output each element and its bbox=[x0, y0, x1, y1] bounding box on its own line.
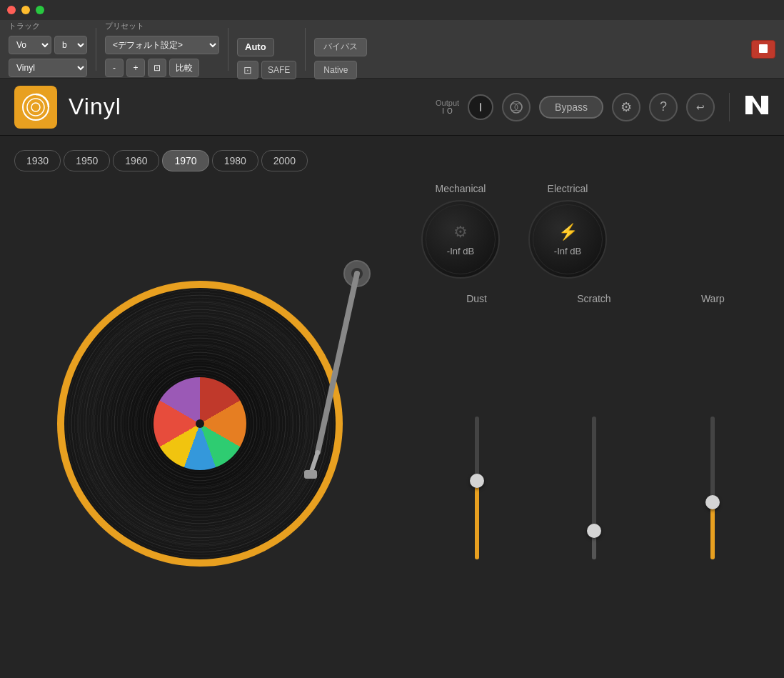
scratch-label: Scratch bbox=[577, 293, 610, 304]
auto-section: Auto ⊡ SAFE bbox=[237, 19, 296, 79]
scratch-thumb[interactable] bbox=[587, 524, 601, 538]
middle-section: Mechanical ⚙ -Inf dB Electrical ⚡ -Inf d… bbox=[14, 183, 770, 664]
warp-slider-group: Warp bbox=[701, 293, 725, 664]
svg-line-21 bbox=[318, 274, 357, 452]
top-toolbar: トラック Vo b Vinyl プリセット <デフォルト設定> - + ⊡ bbox=[0, 20, 784, 79]
warp-thumb[interactable] bbox=[705, 495, 720, 509]
svg-point-4 bbox=[511, 101, 522, 113]
output-knob[interactable] bbox=[468, 94, 493, 120]
electrical-icon: ⚡ bbox=[558, 223, 578, 241]
toolbar-separator-2 bbox=[228, 28, 228, 71]
track-section: トラック Vo b Vinyl bbox=[9, 21, 87, 77]
settings-btn[interactable]: ⚙ bbox=[612, 93, 640, 121]
svg-rect-0 bbox=[759, 44, 768, 53]
output-o: O bbox=[447, 107, 453, 115]
minimize-button[interactable] bbox=[21, 6, 30, 14]
output-i: I bbox=[442, 107, 444, 115]
dust-track-container bbox=[475, 311, 479, 664]
era-row: 1930 1950 1960 1970 1980 2000 bbox=[14, 150, 770, 171]
noise-section: Mechanical ⚙ -Inf dB Electrical ⚡ -Inf d… bbox=[421, 183, 770, 279]
warp-label: Warp bbox=[701, 293, 725, 304]
record-label bbox=[154, 377, 246, 470]
output-label: Output bbox=[436, 99, 459, 107]
dust-track[interactable] bbox=[475, 417, 479, 559]
preset-section: プリセット <デフォルト設定> - + ⊡ 比較 bbox=[105, 21, 219, 77]
svg-point-6 bbox=[515, 104, 522, 111]
warp-track-container bbox=[710, 311, 715, 664]
scratch-track-container bbox=[592, 311, 596, 664]
track-label: トラック bbox=[9, 21, 87, 31]
electrical-knob[interactable]: ⚡ -Inf dB bbox=[528, 200, 607, 279]
sliders-section: Dust Scratch bbox=[421, 293, 770, 664]
power-btn[interactable] bbox=[751, 40, 775, 59]
era-1950-btn[interactable]: 1950 bbox=[64, 150, 110, 171]
svg-point-5 bbox=[511, 104, 518, 111]
help-btn[interactable]: ? bbox=[649, 93, 678, 121]
preset-compare-btn[interactable]: 比較 bbox=[169, 59, 199, 77]
plugin-controls: Output I O Bypass ⚙ ? ↩ bbox=[436, 93, 770, 121]
scratch-track[interactable] bbox=[592, 417, 596, 559]
close-button[interactable] bbox=[7, 6, 16, 14]
bypass-pill-btn[interactable]: Bypass bbox=[539, 96, 603, 119]
track-b-select[interactable]: b bbox=[54, 36, 87, 54]
vinyl-select[interactable]: Vinyl bbox=[9, 59, 87, 77]
mechanical-knob[interactable]: ⚙ -Inf dB bbox=[421, 200, 500, 279]
electrical-value: -Inf dB bbox=[554, 246, 581, 256]
electrical-label: Electrical bbox=[548, 183, 588, 194]
dust-label: Dust bbox=[466, 293, 487, 304]
preset-copy-btn[interactable]: ⊡ bbox=[148, 59, 166, 77]
tonearm-svg bbox=[278, 252, 386, 502]
bypass-btn[interactable]: バイパス bbox=[314, 38, 367, 56]
logo-icon bbox=[21, 93, 50, 121]
turntable bbox=[43, 259, 371, 588]
track-select[interactable]: Vo bbox=[9, 36, 51, 54]
plugin-logo bbox=[14, 86, 57, 129]
record-btn[interactable]: ⊡ bbox=[237, 61, 258, 79]
link-btn[interactable] bbox=[502, 93, 531, 121]
scratch-slider-group: Scratch bbox=[577, 293, 610, 664]
bypass-native-section: バイパス Native bbox=[314, 19, 367, 79]
mechanical-value: -Inf dB bbox=[447, 246, 474, 256]
era-2000-btn[interactable]: 2000 bbox=[261, 150, 308, 171]
era-1970-btn[interactable]: 1970 bbox=[162, 150, 208, 171]
svg-point-3 bbox=[31, 103, 40, 111]
svg-point-2 bbox=[27, 99, 44, 116]
preset-plus-btn[interactable]: + bbox=[126, 59, 145, 77]
titlebar bbox=[0, 0, 784, 20]
plugin-name: Vinyl bbox=[69, 94, 121, 120]
turntable-area bbox=[14, 183, 400, 664]
mechanical-label: Mechanical bbox=[436, 183, 486, 194]
toolbar-separator-3 bbox=[305, 28, 306, 71]
dust-fill bbox=[475, 481, 479, 559]
record-center-hole bbox=[196, 419, 204, 428]
warp-fill bbox=[710, 502, 715, 559]
ni-logo bbox=[744, 94, 770, 120]
dust-slider-group: Dust bbox=[466, 293, 487, 664]
plugin-header: Vinyl Output I O Bypass ⚙ ? ↩ bbox=[0, 79, 784, 136]
warp-track[interactable] bbox=[710, 417, 715, 559]
era-1930-btn[interactable]: 1930 bbox=[14, 150, 61, 171]
toolbar-separator-1 bbox=[96, 28, 96, 71]
electrical-group: Electrical ⚡ -Inf dB bbox=[528, 183, 607, 279]
native-btn[interactable]: Native bbox=[314, 61, 357, 79]
safe-btn[interactable]: SAFE bbox=[261, 61, 296, 79]
svg-rect-23 bbox=[304, 470, 317, 479]
mechanical-group: Mechanical ⚙ -Inf dB bbox=[421, 183, 500, 279]
preset-label: プリセット bbox=[105, 21, 219, 31]
main-content: 1930 1950 1960 1970 1980 2000 bbox=[0, 136, 784, 678]
era-1960-btn[interactable]: 1960 bbox=[113, 150, 159, 171]
era-1980-btn[interactable]: 1980 bbox=[212, 150, 258, 171]
maximize-button[interactable] bbox=[36, 6, 44, 14]
mechanical-icon: ⚙ bbox=[453, 223, 468, 241]
auto-btn[interactable]: Auto bbox=[237, 38, 274, 56]
dust-thumb[interactable] bbox=[470, 474, 484, 488]
preset-select[interactable]: <デフォルト設定> bbox=[105, 36, 219, 54]
undo-btn[interactable]: ↩ bbox=[686, 93, 715, 121]
preset-minus-btn[interactable]: - bbox=[105, 59, 124, 77]
right-panel: Mechanical ⚙ -Inf dB Electrical ⚡ -Inf d… bbox=[421, 183, 770, 664]
